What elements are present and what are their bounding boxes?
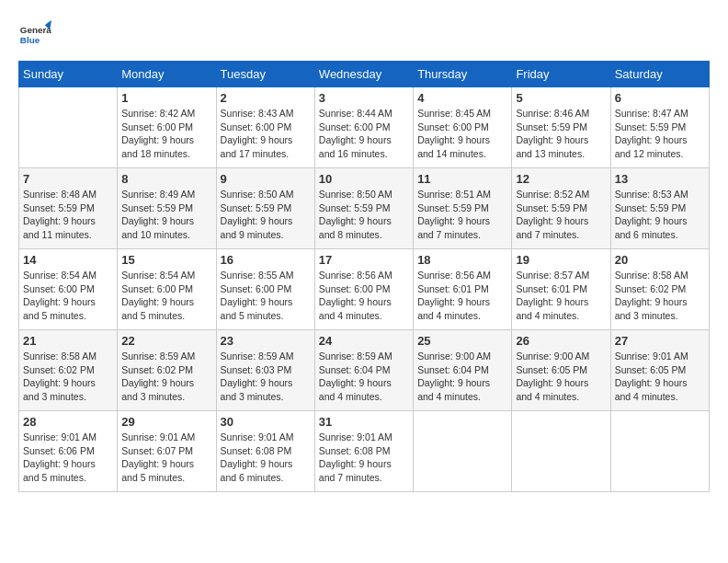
calendar-cell [610,411,709,492]
day-info: Sunrise: 8:59 AMSunset: 6:03 PMDaylight:… [221,350,311,404]
day-info: Sunrise: 9:01 AMSunset: 6:07 PMDaylight:… [121,431,211,485]
day-number: 2 [221,91,311,105]
day-info: Sunrise: 8:48 AMSunset: 5:59 PMDaylight:… [23,188,113,242]
day-info: Sunrise: 8:55 AMSunset: 6:00 PMDaylight:… [221,269,311,323]
calendar-cell: 5Sunrise: 8:46 AMSunset: 5:59 PMDaylight… [512,87,610,168]
calendar-cell: 22Sunrise: 8:59 AMSunset: 6:02 PMDayligh… [118,330,216,411]
calendar-cell: 19Sunrise: 8:57 AMSunset: 6:01 PMDayligh… [512,249,610,330]
weekday-header-monday: Monday [118,62,216,87]
calendar-cell [19,87,118,168]
logo: General Blue [18,18,53,52]
calendar-cell: 6Sunrise: 8:47 AMSunset: 5:59 PMDaylight… [610,87,709,168]
day-info: Sunrise: 9:00 AMSunset: 6:04 PMDaylight:… [417,350,507,404]
day-info: Sunrise: 8:56 AMSunset: 6:01 PMDaylight:… [417,269,507,323]
day-info: Sunrise: 8:45 AMSunset: 6:00 PMDaylight:… [417,107,507,161]
svg-text:Blue: Blue [20,35,40,45]
day-number: 28 [23,415,113,429]
day-number: 29 [121,415,211,429]
day-info: Sunrise: 8:46 AMSunset: 5:59 PMDaylight:… [516,107,606,161]
calendar-cell: 18Sunrise: 8:56 AMSunset: 6:01 PMDayligh… [414,249,512,330]
day-info: Sunrise: 8:53 AMSunset: 5:59 PMDaylight:… [615,188,705,242]
day-number: 26 [516,334,606,348]
calendar-cell: 14Sunrise: 8:54 AMSunset: 6:00 PMDayligh… [19,249,118,330]
logo-icon: General Blue [18,18,51,52]
day-number: 10 [319,172,409,186]
page-header: General Blue [18,18,710,52]
day-number: 16 [221,253,311,267]
day-number: 31 [319,415,409,429]
weekday-header-row: SundayMondayTuesdayWednesdayThursdayFrid… [19,62,710,87]
day-number: 30 [221,415,311,429]
day-number: 5 [516,91,606,105]
day-info: Sunrise: 8:43 AMSunset: 6:00 PMDaylight:… [221,107,311,161]
weekday-header-tuesday: Tuesday [216,62,314,87]
day-info: Sunrise: 8:47 AMSunset: 5:59 PMDaylight:… [615,107,705,161]
day-number: 20 [615,253,705,267]
day-number: 15 [121,253,211,267]
calendar-cell: 24Sunrise: 8:59 AMSunset: 6:04 PMDayligh… [314,330,413,411]
day-info: Sunrise: 8:50 AMSunset: 5:59 PMDaylight:… [221,188,311,242]
day-info: Sunrise: 9:01 AMSunset: 6:05 PMDaylight:… [615,350,705,404]
week-row-5: 28Sunrise: 9:01 AMSunset: 6:06 PMDayligh… [19,411,710,492]
day-number: 22 [121,334,211,348]
calendar-cell: 3Sunrise: 8:44 AMSunset: 6:00 PMDaylight… [314,87,413,168]
day-number: 27 [615,334,705,348]
day-info: Sunrise: 8:44 AMSunset: 6:00 PMDaylight:… [319,107,409,161]
calendar-cell: 27Sunrise: 9:01 AMSunset: 6:05 PMDayligh… [610,330,709,411]
day-info: Sunrise: 8:59 AMSunset: 6:04 PMDaylight:… [319,350,409,404]
day-number: 14 [23,253,113,267]
day-number: 9 [221,172,311,186]
day-number: 23 [221,334,311,348]
weekday-header-sunday: Sunday [19,62,118,87]
day-number: 1 [121,91,211,105]
day-number: 13 [615,172,705,186]
day-number: 8 [121,172,211,186]
calendar-cell: 21Sunrise: 8:58 AMSunset: 6:02 PMDayligh… [19,330,118,411]
week-row-2: 7Sunrise: 8:48 AMSunset: 5:59 PMDaylight… [19,168,710,249]
calendar-cell: 25Sunrise: 9:00 AMSunset: 6:04 PMDayligh… [414,330,512,411]
calendar-cell: 11Sunrise: 8:51 AMSunset: 5:59 PMDayligh… [414,168,512,249]
day-info: Sunrise: 9:01 AMSunset: 6:08 PMDaylight:… [319,431,409,485]
calendar-cell: 16Sunrise: 8:55 AMSunset: 6:00 PMDayligh… [216,249,314,330]
day-info: Sunrise: 8:56 AMSunset: 6:00 PMDaylight:… [319,269,409,323]
day-info: Sunrise: 8:59 AMSunset: 6:02 PMDaylight:… [121,350,211,404]
day-info: Sunrise: 8:52 AMSunset: 5:59 PMDaylight:… [516,188,606,242]
weekday-header-wednesday: Wednesday [314,62,413,87]
calendar-cell: 4Sunrise: 8:45 AMSunset: 6:00 PMDaylight… [414,87,512,168]
day-number: 18 [417,253,507,267]
day-info: Sunrise: 9:00 AMSunset: 6:05 PMDaylight:… [516,350,606,404]
day-info: Sunrise: 8:42 AMSunset: 6:00 PMDaylight:… [121,107,211,161]
calendar-cell: 10Sunrise: 8:50 AMSunset: 5:59 PMDayligh… [314,168,413,249]
calendar-cell: 23Sunrise: 8:59 AMSunset: 6:03 PMDayligh… [216,330,314,411]
day-info: Sunrise: 9:01 AMSunset: 6:08 PMDaylight:… [221,431,311,485]
calendar-table: SundayMondayTuesdayWednesdayThursdayFrid… [18,61,710,492]
day-info: Sunrise: 8:50 AMSunset: 5:59 PMDaylight:… [319,188,409,242]
calendar-cell [414,411,512,492]
weekday-header-friday: Friday [512,62,610,87]
weekday-header-thursday: Thursday [414,62,512,87]
calendar-cell: 28Sunrise: 9:01 AMSunset: 6:06 PMDayligh… [19,411,118,492]
day-info: Sunrise: 8:57 AMSunset: 6:01 PMDaylight:… [516,269,606,323]
day-info: Sunrise: 8:58 AMSunset: 6:02 PMDaylight:… [615,269,705,323]
calendar-cell: 15Sunrise: 8:54 AMSunset: 6:00 PMDayligh… [118,249,216,330]
calendar-cell: 1Sunrise: 8:42 AMSunset: 6:00 PMDaylight… [118,87,216,168]
calendar-cell: 9Sunrise: 8:50 AMSunset: 5:59 PMDaylight… [216,168,314,249]
calendar-cell: 26Sunrise: 9:00 AMSunset: 6:05 PMDayligh… [512,330,610,411]
calendar-cell: 31Sunrise: 9:01 AMSunset: 6:08 PMDayligh… [314,411,413,492]
day-info: Sunrise: 8:58 AMSunset: 6:02 PMDaylight:… [23,350,113,404]
day-info: Sunrise: 8:54 AMSunset: 6:00 PMDaylight:… [121,269,211,323]
day-number: 12 [516,172,606,186]
calendar-cell: 29Sunrise: 9:01 AMSunset: 6:07 PMDayligh… [118,411,216,492]
day-number: 4 [417,91,507,105]
calendar-cell: 8Sunrise: 8:49 AMSunset: 5:59 PMDaylight… [118,168,216,249]
calendar-cell: 30Sunrise: 9:01 AMSunset: 6:08 PMDayligh… [216,411,314,492]
day-number: 11 [417,172,507,186]
calendar-cell: 17Sunrise: 8:56 AMSunset: 6:00 PMDayligh… [314,249,413,330]
week-row-1: 1Sunrise: 8:42 AMSunset: 6:00 PMDaylight… [19,87,710,168]
calendar-cell: 12Sunrise: 8:52 AMSunset: 5:59 PMDayligh… [512,168,610,249]
week-row-3: 14Sunrise: 8:54 AMSunset: 6:00 PMDayligh… [19,249,710,330]
calendar-cell: 7Sunrise: 8:48 AMSunset: 5:59 PMDaylight… [19,168,118,249]
day-number: 19 [516,253,606,267]
day-info: Sunrise: 8:49 AMSunset: 5:59 PMDaylight:… [121,188,211,242]
calendar-cell: 13Sunrise: 8:53 AMSunset: 5:59 PMDayligh… [610,168,709,249]
